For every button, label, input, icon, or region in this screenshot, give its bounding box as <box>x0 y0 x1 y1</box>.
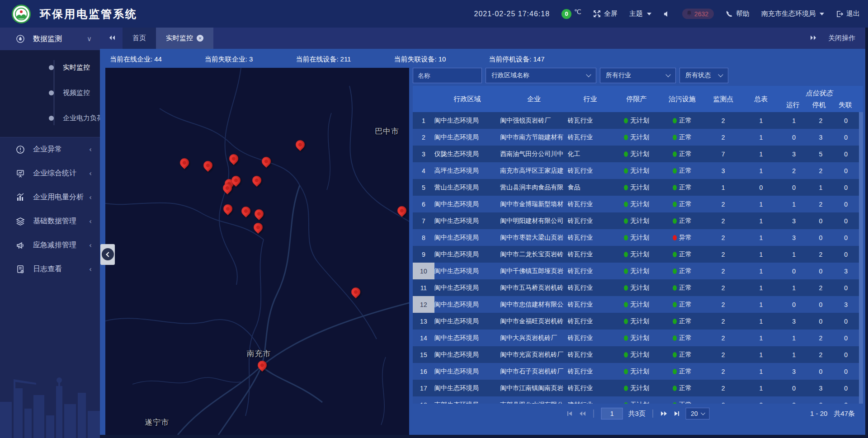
tab-首页[interactable]: 首页 <box>123 28 156 49</box>
name-filter-input[interactable] <box>413 68 482 83</box>
table-row[interactable]: 4高坪生态环境局南充市高坪区王家店建砖瓦行业无计划正常31220 <box>413 162 863 179</box>
cell-region: 阆中生态环境局 <box>434 246 500 263</box>
chevron-down-icon <box>586 72 591 77</box>
cell-row-number: 11 <box>413 279 434 296</box>
cell-points: 2 <box>704 279 742 296</box>
cell-meters: 1 <box>742 296 780 313</box>
fullscreen-button[interactable]: 全屏 <box>593 9 618 18</box>
cell-stopped: 0 <box>808 263 833 279</box>
table-row[interactable]: 2阆中生态环境局阆中市南方节能建材有砖瓦行业无计划正常21030 <box>413 129 863 146</box>
sidebar-item-5[interactable]: 应急减排管理‹ <box>0 233 100 257</box>
close-operations-button[interactable]: 关闭操作 <box>828 34 855 42</box>
tabs-scroll-right-button[interactable] <box>807 32 820 45</box>
user-org-menu[interactable]: 南充市生态环境局 <box>761 9 824 18</box>
page-size-select[interactable]: 20 <box>686 408 710 419</box>
table-row[interactable]: 16阆中生态环境局阆中市石子页岩机砖厂砖瓦行业无计划正常21300 <box>413 363 863 380</box>
tab-实时监控[interactable]: 实时监控✕ <box>156 28 213 49</box>
cell-industry: 砖瓦行业 <box>568 380 613 396</box>
double-chevron-left-icon <box>108 34 116 42</box>
status-dot-icon <box>673 252 677 257</box>
first-page-button[interactable] <box>566 410 573 417</box>
cell-running: 3 <box>780 363 808 380</box>
map-city-label: 巴中市 <box>375 126 399 136</box>
sidebar-item-4[interactable]: 基础数据管理‹ <box>0 209 100 233</box>
theme-button[interactable]: 主题 <box>629 9 651 18</box>
cell-facility-status: 正常 <box>660 179 704 196</box>
prev-page-button[interactable] <box>579 410 586 417</box>
cell-offline: 0 <box>833 112 859 129</box>
cell-production-status: 无计划 <box>613 146 660 162</box>
cell-region: 阆中生态环境局 <box>434 112 500 129</box>
sound-mute-button[interactable] <box>663 10 670 18</box>
region-filter-select[interactable]: 行政区域名称 <box>486 68 596 83</box>
total-pages-label: 共3页 <box>628 410 646 418</box>
table-row[interactable]: 11阆中生态环境局阆中市五马桥页岩机砖砖瓦行业无计划正常21120 <box>413 279 863 296</box>
col-group-point-status: 点位状态 运行 停机 失联 <box>780 86 859 112</box>
sidebar-subitem[interactable]: 企业电力负荷明细 <box>0 105 100 131</box>
megaphone-icon <box>15 240 25 250</box>
cell-company: 南部县双化水泥有限公 <box>500 396 567 404</box>
sidebar-item-1[interactable]: 企业异常‹ <box>0 137 100 161</box>
status-dot-icon <box>624 235 628 240</box>
col-header-offline: 失联 <box>832 98 859 112</box>
tabs-scroll-left-button[interactable] <box>105 32 119 45</box>
cell-stopped: 3 <box>808 380 833 396</box>
table-row[interactable]: 7阆中生态环境局阆中明阳建材有限公司砖瓦行业无计划正常21300 <box>413 212 863 229</box>
chevron-down-icon <box>820 13 824 15</box>
sidebar-item-2[interactable]: 企业综合统计‹ <box>0 161 100 185</box>
table-row[interactable]: 18南部生态环境局南部县双化水泥有限公建材行业无计划正常60060 <box>413 396 863 404</box>
table-body: 1阆中生态环境局阆中强锐页岩砖厂砖瓦行业无计划正常211202阆中生态环境局阆中… <box>413 112 863 404</box>
cell-points: 2 <box>704 229 742 246</box>
industry-filter-select[interactable]: 所有行业 <box>600 68 676 83</box>
page-number-input[interactable] <box>601 408 623 419</box>
sidebar-item-3[interactable]: 企业用电量分析‹ <box>0 185 100 209</box>
cell-facility-status: 正常 <box>660 246 704 263</box>
table-row[interactable]: 6阆中生态环境局阆中市金博瑞新型墙材砖瓦行业无计划正常21120 <box>413 196 863 212</box>
table-row[interactable]: 17阆中生态环境局阆中市江南镇阆南页岩砖瓦行业无计划正常21030 <box>413 380 863 396</box>
col-header-region: 行政区域 <box>434 86 500 112</box>
sidebar-item-0[interactable]: 数据监测∨ <box>0 28 100 50</box>
sidebar-subitem[interactable]: 视频监控 <box>0 80 100 105</box>
table-row[interactable]: 1阆中生态环境局阆中强锐页岩砖厂砖瓦行业无计划正常21120 <box>413 112 863 129</box>
sidebar: 数据监测∨实时监控视频监控企业电力负荷明细企业异常‹企业综合统计‹企业用电量分析… <box>0 28 100 438</box>
cell-production-status: 无计划 <box>613 179 660 196</box>
cell-production-status: 无计划 <box>613 380 660 396</box>
table-row[interactable]: 13阆中生态环境局阆中市金福旺页岩机砖砖瓦行业无计划正常21300 <box>413 313 863 330</box>
cell-production-status: 无计划 <box>613 129 660 146</box>
status-dot-icon <box>624 302 628 307</box>
table-row[interactable]: 15阆中生态环境局阆中市光富页岩机砖厂砖瓦行业无计划正常21120 <box>413 346 863 363</box>
last-page-button[interactable] <box>674 410 680 417</box>
cell-production-status: 无计划 <box>613 330 660 346</box>
stat-item: 当前停机设备:147 <box>489 55 544 64</box>
table-row[interactable]: 5营山生态环境局营山县润丰肉食品有限食品无计划正常10010 <box>413 179 863 196</box>
table-row[interactable]: 12阆中生态环境局阆中市忠信建材有限公砖瓦行业无计划正常21003 <box>413 296 863 313</box>
status-filter-select[interactable]: 所有状态 <box>679 68 728 83</box>
cell-offline: 0 <box>833 129 859 146</box>
sidebar-subitem[interactable]: 实时监控 <box>0 55 100 80</box>
notifications-button[interactable]: 2632 <box>682 9 714 19</box>
table-row[interactable]: 8阆中生态环境局阆中市枣碧大梁山页岩砖瓦行业无计划异常21300 <box>413 229 863 246</box>
chevron-left-icon <box>102 248 114 260</box>
tab-close-icon[interactable]: ✕ <box>197 35 203 42</box>
col-header-running: 运行 <box>780 98 806 112</box>
cell-region: 高坪生态环境局 <box>434 162 500 179</box>
range-label: 1 - 20 <box>810 410 827 418</box>
map-collapse-button[interactable] <box>100 244 115 265</box>
timeline-dot-icon <box>49 116 54 121</box>
status-dot-icon <box>624 168 628 174</box>
table-row[interactable]: 14阆中生态环境局阆中大兴页岩机砖厂砖瓦行业无计划正常21120 <box>413 330 863 346</box>
status-dot-icon <box>624 218 628 224</box>
filter-bar: 行政区域名称 所有行业 所有状态 <box>413 68 863 83</box>
sidebar-item-6[interactable]: 日志查看‹ <box>0 257 100 281</box>
cell-points: 2 <box>704 212 742 229</box>
table-row[interactable]: 10阆中生态环境局阆中千佛镇五郎垭页岩砖瓦行业无计划正常21003 <box>413 263 863 279</box>
map[interactable]: 巴中市南充市遂宁市 <box>105 68 409 435</box>
cell-meters: 1 <box>742 212 780 229</box>
temperature-badge: 0 ℃ <box>561 9 581 19</box>
next-page-button[interactable] <box>660 410 668 417</box>
help-button[interactable]: 帮助 <box>726 9 750 18</box>
logout-button[interactable]: 退出 <box>836 9 860 18</box>
table-row[interactable]: 3仪陇生态环境局西南油气田分公司川中化工无计划正常71350 <box>413 146 863 162</box>
cell-running: 3 <box>780 313 808 330</box>
table-row[interactable]: 9阆中生态环境局阆中市二龙长宝页岩砖砖瓦行业无计划正常21120 <box>413 246 863 263</box>
